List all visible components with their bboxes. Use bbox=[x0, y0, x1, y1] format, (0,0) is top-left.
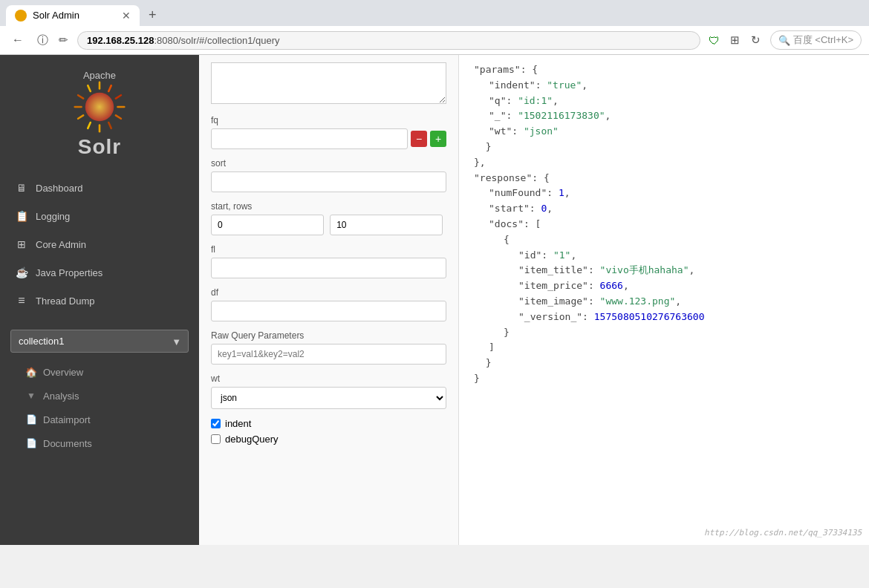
json-comma1: }, bbox=[474, 155, 854, 171]
svg-line-10 bbox=[78, 95, 83, 98]
solr-sun-icon bbox=[74, 81, 126, 133]
json-start-line: "start": 0, bbox=[474, 201, 854, 217]
rows-group bbox=[211, 215, 446, 235]
debug-query-checkbox[interactable] bbox=[211, 434, 221, 444]
json-item-title-line: "item_title": "vivo手机hahaha", bbox=[474, 263, 854, 278]
json-wt-line: "wt": "json" bbox=[474, 124, 854, 140]
json-q-line: "q": "id:1", bbox=[474, 94, 854, 109]
app-container: Apache bbox=[0, 55, 869, 545]
core-icon bbox=[15, 238, 28, 251]
fq-minus-button[interactable]: − bbox=[411, 131, 427, 147]
json-params-close: } bbox=[474, 140, 854, 155]
url-port: :8080 bbox=[154, 35, 178, 46]
fl-group: fl bbox=[211, 244, 446, 278]
start-input[interactable] bbox=[211, 215, 324, 235]
tab-title: Solr Admin bbox=[33, 10, 79, 21]
logging-icon bbox=[15, 209, 28, 223]
json-version-line: "_version_": 1575080510276763600 bbox=[474, 310, 854, 325]
sidebar-item-dashboard-label: Dashboard bbox=[36, 183, 83, 194]
json-underscore-line: "_": "1502116173830", bbox=[474, 108, 854, 124]
json-item-price-line: "item_price": 6666, bbox=[474, 278, 854, 294]
sidebar-item-analysis[interactable]: Analysis bbox=[15, 384, 199, 408]
json-response-open: "response": { bbox=[474, 171, 854, 186]
json-root-close: } bbox=[474, 371, 854, 387]
tab-bar: Solr Admin ✕ + bbox=[0, 0, 869, 26]
svg-point-12 bbox=[85, 93, 114, 122]
raw-params-input[interactable] bbox=[211, 344, 446, 365]
json-indent-line: "indent": "true", bbox=[474, 78, 854, 94]
svg-line-11 bbox=[88, 85, 91, 91]
sidebar-item-thread-dump[interactable]: Thread Dump bbox=[0, 287, 199, 315]
sidebar-item-thread-dump-label: Thread Dump bbox=[36, 295, 94, 307]
df-label: df bbox=[211, 287, 446, 298]
query-form: fq − + sort start, rows bbox=[199, 55, 459, 545]
json-numfound-line: "numFound": 1, bbox=[474, 186, 854, 201]
indent-checkbox[interactable] bbox=[211, 419, 221, 428]
sidebar-item-overview-label: Overview bbox=[43, 367, 83, 378]
edit-icon: ✏ bbox=[55, 32, 71, 48]
tab-favicon bbox=[15, 10, 27, 22]
sidebar: Apache bbox=[0, 55, 199, 545]
wt-group: wt json xml csv bbox=[211, 373, 446, 409]
watermark: http://blog.csdn.net/qq_37334135 bbox=[704, 528, 862, 538]
sub-nav-items: Overview Analysis Dataimport Documents bbox=[0, 360, 199, 455]
analysis-icon bbox=[25, 390, 37, 402]
debug-query-checkbox-row: debugQuery bbox=[211, 434, 446, 445]
wt-label: wt bbox=[211, 373, 446, 384]
json-doc-close: } bbox=[474, 325, 854, 341]
df-group: df bbox=[211, 287, 446, 321]
svg-line-7 bbox=[88, 122, 91, 128]
search-box[interactable]: 🔍 百度 <Ctrl+K> bbox=[770, 30, 862, 50]
back-button[interactable]: ← bbox=[7, 32, 28, 48]
sidebar-item-documents[interactable]: Documents bbox=[15, 431, 199, 455]
dashboard-icon bbox=[15, 181, 28, 195]
svg-line-1 bbox=[108, 85, 111, 91]
refresh-icon[interactable]: ↻ bbox=[748, 32, 764, 48]
wt-select[interactable]: json xml csv bbox=[211, 387, 446, 409]
browser-tab[interactable]: Solr Admin ✕ bbox=[6, 5, 140, 26]
collection-selector[interactable]: collection1 ▼ bbox=[10, 330, 189, 353]
json-docs-close: ] bbox=[474, 340, 854, 356]
fq-row: − + bbox=[211, 128, 446, 149]
raw-params-label: Raw Query Parameters bbox=[211, 330, 446, 341]
sidebar-item-dashboard[interactable]: Dashboard bbox=[0, 174, 199, 202]
documents-icon bbox=[25, 437, 37, 449]
fq-plus-button[interactable]: + bbox=[430, 131, 446, 147]
sidebar-item-core-admin[interactable]: Core Admin bbox=[0, 230, 199, 258]
sidebar-item-analysis-label: Analysis bbox=[43, 391, 79, 402]
debug-query-label: debugQuery bbox=[225, 434, 279, 445]
df-input[interactable] bbox=[211, 301, 446, 321]
thread-icon bbox=[15, 294, 28, 307]
sidebar-item-documents-label: Documents bbox=[43, 438, 92, 449]
sidebar-item-overview[interactable]: Overview bbox=[15, 360, 199, 384]
svg-line-5 bbox=[108, 122, 111, 128]
collection-select[interactable]: collection1 bbox=[10, 330, 189, 353]
q-input[interactable] bbox=[211, 62, 446, 104]
new-tab-button[interactable]: + bbox=[143, 4, 163, 26]
json-id-line: "id": "1", bbox=[474, 248, 854, 264]
sidebar-item-java-properties[interactable]: Java Properties bbox=[0, 258, 199, 287]
sidebar-item-logging[interactable]: Logging bbox=[0, 202, 199, 230]
url-input[interactable]: 192.168.25.128:8080/solr/#/collection1/q… bbox=[77, 31, 700, 50]
json-item-image-line: "item_image": "www.123.png", bbox=[474, 294, 854, 310]
fq-input[interactable] bbox=[211, 128, 408, 149]
sidebar-item-dataimport[interactable]: Dataimport bbox=[15, 408, 199, 431]
indent-checkbox-row: indent bbox=[211, 418, 446, 429]
rows-input[interactable] bbox=[330, 215, 443, 235]
search-icon: 🔍 bbox=[778, 35, 790, 46]
solr-word: Solr bbox=[78, 135, 121, 158]
main-content: fq − + sort start, rows bbox=[199, 55, 869, 545]
sidebar-item-java-properties-label: Java Properties bbox=[36, 267, 102, 278]
sort-input[interactable] bbox=[211, 172, 446, 192]
url-path: /solr/#/collection1/query bbox=[178, 35, 280, 46]
sidebar-item-logging-label: Logging bbox=[36, 211, 70, 222]
fq-label: fq bbox=[211, 115, 446, 125]
fl-input[interactable] bbox=[211, 258, 446, 278]
url-ip: 192.168.25.128 bbox=[87, 35, 154, 46]
tab-close-button[interactable]: ✕ bbox=[122, 10, 131, 22]
fl-label: fl bbox=[211, 244, 446, 255]
nav-items: Dashboard Logging Core Admin Java Proper… bbox=[0, 166, 199, 322]
json-docs-open: "docs": [ bbox=[474, 217, 854, 232]
java-icon bbox=[15, 266, 28, 279]
browser-chrome: Solr Admin ✕ + ← ⓘ ✏ 192.168.25.128:8080… bbox=[0, 0, 869, 55]
